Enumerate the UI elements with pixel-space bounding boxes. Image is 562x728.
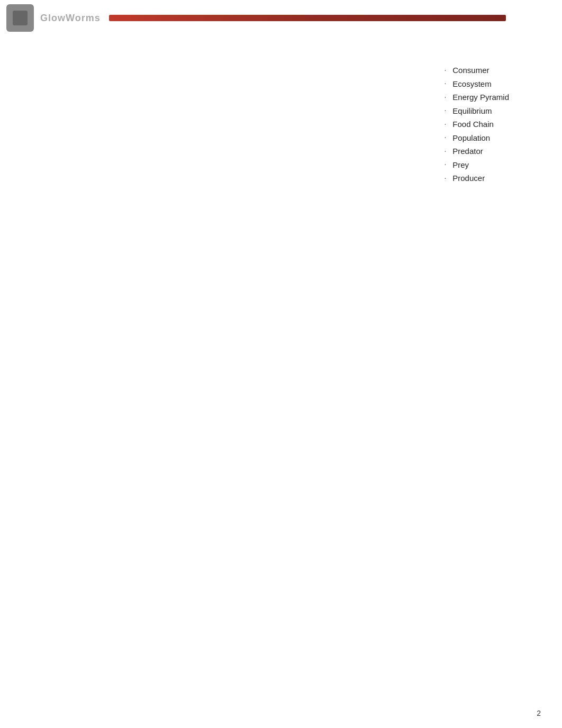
vocabulary-list: ·Consumer·Ecosystem·Energy Pyramid·Equil…: [444, 63, 509, 707]
vocabulary-item-label: Producer: [452, 171, 485, 185]
header-title: GlowWorms: [40, 13, 101, 24]
header-bar: [109, 15, 506, 21]
bullet-icon: ·: [444, 77, 446, 90]
list-item: ·Prey: [444, 158, 509, 172]
main-content: ·Consumer·Ecosystem·Energy Pyramid·Equil…: [0, 42, 562, 707]
app-icon: [6, 4, 34, 32]
bullet-icon: ·: [444, 131, 446, 144]
vocabulary-item-label: Prey: [452, 158, 469, 172]
vocabulary-item-label: Consumer: [452, 63, 489, 77]
page-number: 2: [537, 709, 541, 717]
bullet-icon: ·: [444, 64, 446, 77]
bullet-icon: ·: [444, 172, 446, 185]
bullet-icon: ·: [444, 158, 446, 171]
vocabulary-item-label: Ecosystem: [452, 77, 491, 91]
vocabulary-item-label: Food Chain: [452, 117, 494, 131]
vocabulary-item-label: Energy Pyramid: [452, 90, 509, 104]
list-item: ·Energy Pyramid: [444, 90, 509, 104]
list-item: ·Equilibrium: [444, 104, 509, 118]
vocabulary-item-label: Equilibrium: [452, 104, 492, 118]
app-icon-inner: [13, 11, 28, 25]
list-item: ·Predator: [444, 144, 509, 158]
list-item: ·Population: [444, 131, 509, 145]
list-item: ·Ecosystem: [444, 77, 509, 91]
header: GlowWorms: [0, 0, 562, 36]
bullet-icon: ·: [444, 91, 446, 104]
bullet-icon: ·: [444, 104, 446, 117]
vocabulary-item-label: Predator: [452, 144, 483, 158]
list-item: ·Producer: [444, 171, 509, 185]
list-item: ·Food Chain: [444, 117, 509, 131]
bullet-icon: ·: [444, 118, 446, 131]
bullet-icon: ·: [444, 145, 446, 158]
vocabulary-item-label: Population: [452, 131, 490, 145]
list-item: ·Consumer: [444, 63, 509, 77]
